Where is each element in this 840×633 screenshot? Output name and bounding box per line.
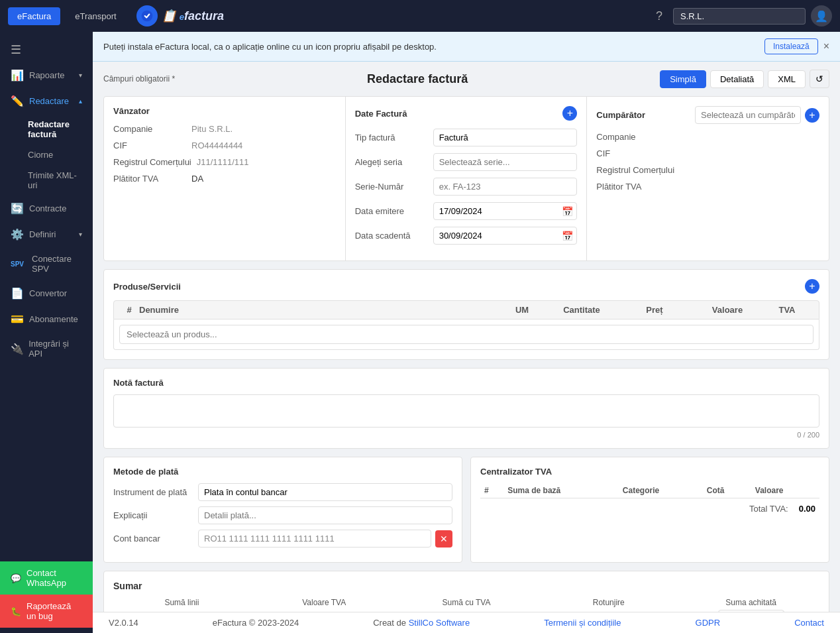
sidebar-item-conectare-spv[interactable]: SPV Conectare SPV xyxy=(0,247,93,280)
explicatii-input[interactable] xyxy=(198,506,452,524)
instrument-plata-input[interactable] xyxy=(198,483,452,501)
cumparator-add-button[interactable]: + xyxy=(805,108,819,123)
sidebar-item-redactare[interactable]: ✏️ Redactare ▴ xyxy=(0,88,93,114)
nota-factura-panel: Notă factură 0 / 200 xyxy=(103,368,829,449)
cont-bancar-row: Cont bancar ✕ xyxy=(113,530,452,547)
nota-textarea[interactable] xyxy=(113,394,819,428)
whatsapp-icon: 💬 xyxy=(11,573,21,583)
sidebar-item-integrari[interactable]: 🔌 Integrări și API xyxy=(0,332,93,365)
centralizator-tva-panel: Centralizator TVA # Suma de bază Categor… xyxy=(470,457,829,563)
view-simple-button[interactable]: Simplă xyxy=(660,70,706,88)
col-pret: Preț xyxy=(615,305,694,315)
form-area: Câmpuri obligatorii * Redactare factură … xyxy=(93,62,840,612)
data-emitere-label: Data emitere xyxy=(355,206,428,216)
delete-bank-button[interactable]: ✕ xyxy=(435,530,452,547)
produse-section-header: Produse/Servicii + xyxy=(113,279,819,294)
vanzator-platitor-label: Plătitor TVA xyxy=(113,174,186,184)
logo-icon xyxy=(136,5,158,27)
product-search-input[interactable] xyxy=(119,325,814,344)
cumparator-companie-label: Companie xyxy=(596,132,669,142)
contact-whatsapp-button[interactable]: 💬 Contact WhatsApp xyxy=(0,561,93,595)
sidebar-item-contracte[interactable]: 🔄 Contracte xyxy=(0,196,93,221)
sidebar-item-abonamente[interactable]: 💳 Abonamente xyxy=(0,306,93,332)
help-button[interactable]: ? xyxy=(651,7,668,26)
sumar-header: Sumar xyxy=(113,581,819,591)
metode-plata-panel: Metode de plată Instrument de plată Expl… xyxy=(103,457,462,563)
tva-col-suma: Suma de bază xyxy=(503,483,619,498)
company-select[interactable]: S.R.L. xyxy=(673,8,806,25)
gdpr-link[interactable]: GDPR xyxy=(696,618,721,628)
cont-bancar-label: Cont bancar xyxy=(113,534,193,544)
rapoarte-icon: 📊 xyxy=(11,69,24,82)
stillco-link[interactable]: StillCo Software xyxy=(409,618,470,628)
form-header: Câmpuri obligatorii * Redactare factură … xyxy=(103,70,829,88)
view-detailed-button[interactable]: Detaliată xyxy=(710,70,764,88)
cumparator-companie-row: Companie xyxy=(596,132,819,142)
centralizator-section-header: Centralizator TVA xyxy=(480,467,819,477)
data-emitere-input[interactable] xyxy=(433,202,578,220)
data-scadenta-input[interactable] xyxy=(433,227,578,245)
cumparator-cif-label: CIF xyxy=(596,148,669,158)
view-buttons: Simplă Detaliată XML ↺ xyxy=(660,70,829,88)
tab-efactura[interactable]: eFactura xyxy=(8,7,60,25)
chevron-up-icon: ▴ xyxy=(79,97,82,105)
tva-total-value: 0.00 xyxy=(799,504,815,514)
terms-link[interactable]: Termenii și condițiile xyxy=(544,618,621,628)
cumparator-platitor-row: Plătitor TVA xyxy=(596,182,819,192)
convertor-icon: 📄 xyxy=(11,287,24,300)
app-body: ☰ 📊 Rapoarte ▾ ✏️ Redactare ▴ Redactare … xyxy=(0,32,840,633)
install-close-button[interactable]: × xyxy=(823,40,829,52)
sidebar-hamburger[interactable]: ☰ xyxy=(0,37,93,62)
sidebar-item-rapoarte[interactable]: 📊 Rapoarte ▾ xyxy=(0,62,93,88)
report-bug-button[interactable]: 🐛 Raportează un bug xyxy=(0,595,93,628)
abonamente-icon: 💳 xyxy=(11,313,24,325)
redactare-icon: ✏️ xyxy=(11,95,24,107)
chevron-down-icon-definiri: ▾ xyxy=(79,231,82,238)
data-scadenta-row: Data scadentă 📅 xyxy=(355,227,578,245)
footer-copyright: eFactura © 2023-2024 xyxy=(213,618,299,628)
main-content: Puteți instala eFactura local, ca o apli… xyxy=(93,32,840,633)
refresh-button[interactable]: ↺ xyxy=(810,70,829,88)
footer: V2.0.14 eFactura © 2023-2024 Creat de St… xyxy=(93,612,840,633)
cont-bancar-input[interactable] xyxy=(198,530,431,547)
sidebar-item-convertor[interactable]: 📄 Convertor xyxy=(0,280,93,306)
serie-input[interactable] xyxy=(433,153,578,171)
col-denumire: Denumire xyxy=(139,305,496,315)
produse-add-button[interactable]: + xyxy=(805,279,819,294)
contact-link[interactable]: Contact xyxy=(794,618,824,628)
products-table-header: # Denumire UM Cantitate Preț Valoare TVA xyxy=(113,300,819,319)
bank-account-wrapper: ✕ xyxy=(198,530,452,547)
vanzator-platitor-value: DA xyxy=(191,174,336,184)
view-xml-button[interactable]: XML xyxy=(768,70,806,88)
tva-col-valoare: Valoare xyxy=(751,483,819,498)
definiri-icon: ⚙️ xyxy=(11,228,24,241)
top-nav: eFactura eTransport 📋 efactura ? S.R.L. … xyxy=(0,0,840,32)
sidebar-item-redactare-factura[interactable]: Redactare factură xyxy=(0,114,93,144)
date-factura-add-button[interactable]: + xyxy=(562,106,577,121)
cumparator-search-input[interactable] xyxy=(695,106,801,124)
char-count: 0 / 200 xyxy=(113,431,819,439)
chevron-down-icon: ▾ xyxy=(79,72,82,79)
serie-numar-input[interactable] xyxy=(433,178,578,196)
tip-factura-input[interactable] xyxy=(433,129,578,146)
logo-text: 📋 efactura xyxy=(162,9,224,23)
mandatory-label: Câmpuri obligatorii * xyxy=(103,74,175,84)
sidebar-item-trimite-xml[interactable]: Trimite XML-uri xyxy=(0,165,93,196)
install-button[interactable]: Instalează xyxy=(764,38,818,54)
suma-linii-label: Sumă linii xyxy=(113,598,250,607)
vanzator-companie-value: Pitu S.R.L. xyxy=(191,124,336,134)
tva-col-cota: Cotă xyxy=(703,483,751,498)
date-factura-panel: Date Factură + Tip factură Alegeți seria… xyxy=(346,97,588,260)
rotunjire-label: Rotunjire xyxy=(540,598,677,607)
logo-area: 📋 efactura xyxy=(136,5,224,27)
instrument-plata-label: Instrument de plată xyxy=(113,487,193,497)
profile-button[interactable]: 👤 xyxy=(811,5,832,27)
tip-factura-label: Tip factură xyxy=(355,133,428,143)
sumar-panel: Sumar Sumă linii Valoare TVA Sumă cu TVA… xyxy=(103,571,829,612)
install-banner-message: Puteți instala eFactura local, ca o apli… xyxy=(103,42,437,52)
tip-factura-row: Tip factură xyxy=(355,129,578,146)
tab-etransport[interactable]: eTransport xyxy=(66,7,125,25)
sidebar-item-definiri[interactable]: ⚙️ Definiri ▾ xyxy=(0,221,93,247)
sidebar-item-ciorne[interactable]: Ciorne xyxy=(0,144,93,165)
cumparator-cif-row: CIF xyxy=(596,148,819,158)
